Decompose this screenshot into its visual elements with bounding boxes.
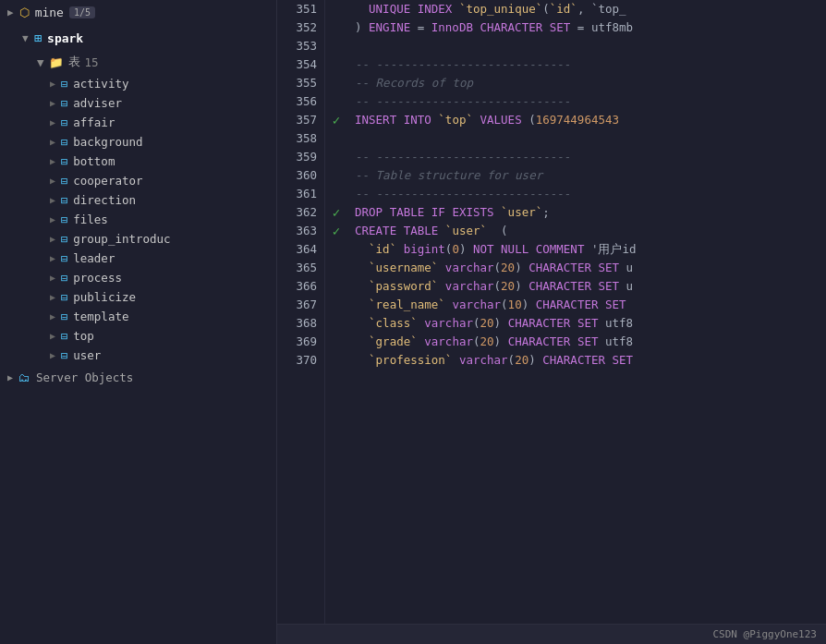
editor: 3513523533543553563573583593603613623633… <box>277 0 826 644</box>
line-number: 365 <box>285 259 317 277</box>
item-label: affair <box>73 115 115 129</box>
code-line: -- ---------------------------- <box>355 185 819 203</box>
item-label: files <box>73 213 108 226</box>
code-line <box>355 129 819 148</box>
table-item-activity[interactable]: ▶ ⊟ activity <box>43 74 276 93</box>
item-label: leader <box>73 251 115 265</box>
line-number: 367 <box>285 296 317 314</box>
item-arrow-icon: ▶ <box>50 273 55 283</box>
table-item-direction[interactable]: ▶ ⊟ direction <box>43 190 276 210</box>
table-icon: ⊟ <box>61 175 67 188</box>
item-label: process <box>73 271 122 285</box>
table-icon: ⊟ <box>61 213 67 226</box>
table-item-user[interactable]: ▶ ⊟ user <box>43 346 276 365</box>
table-item-files[interactable]: ▶ ⊟ files <box>43 210 276 229</box>
table-item-top[interactable]: ▶ ⊟ top <box>43 326 276 346</box>
cursor-icon: ⬡ <box>19 6 30 19</box>
item-arrow-icon: ▶ <box>50 253 55 263</box>
item-label: publicize <box>73 290 136 304</box>
gutter-item: ✓ <box>333 111 340 129</box>
code-line: `real_name` varchar(10) CHARACTER SET <box>355 296 819 314</box>
spark-collapse-icon: ▼ <box>22 32 29 44</box>
table-item-group_introduc[interactable]: ▶ ⊟ group_introduc <box>43 229 276 249</box>
table-icon: ⊟ <box>61 252 67 265</box>
line-number: 362 <box>285 203 317 222</box>
code-line: -- ---------------------------- <box>355 92 819 111</box>
line-number: 360 <box>285 166 317 185</box>
table-item-bottom[interactable]: ▶ ⊟ bottom <box>43 152 276 171</box>
table-section-collapse-icon: ▼ <box>37 55 44 69</box>
table-icon: ⊟ <box>61 233 67 246</box>
table-icon: ⊟ <box>61 136 67 149</box>
line-numbers: 3513523533543553563573583593603613623633… <box>277 0 325 624</box>
table-item-process[interactable]: ▶ ⊟ process <box>43 268 276 287</box>
item-arrow-icon: ▶ <box>50 156 55 166</box>
code-line: `profession` varchar(20) CHARACTER SET <box>355 351 819 370</box>
line-number: 351 <box>285 0 317 18</box>
server-objects-label: Server Objects <box>36 371 133 384</box>
spark-header[interactable]: ▼ ⊞ spark <box>15 25 276 51</box>
code-line: -- ---------------------------- <box>355 55 819 74</box>
table-icon: ⊟ <box>61 349 67 362</box>
mine-header[interactable]: ▶ ⬡ mine 1/5 <box>0 0 276 25</box>
line-number: 353 <box>285 37 317 55</box>
item-arrow-icon: ▶ <box>50 176 55 186</box>
table-section: ▼ 📁 表 15 ▶ ⊟ activity ▶ ⊟ adviser ▶ ⊟ af… <box>15 51 276 365</box>
table-item-cooperator[interactable]: ▶ ⊟ cooperator <box>43 171 276 190</box>
mine-collapse-icon: ▶ <box>7 6 14 18</box>
item-label: template <box>73 310 128 323</box>
item-arrow-icon: ▶ <box>50 98 55 108</box>
server-objects-collapse-icon: ▶ <box>7 372 13 383</box>
code-line <box>355 37 819 55</box>
code-area: 3513523533543553563573583593603613623633… <box>277 0 826 624</box>
table-icon: ⊟ <box>61 78 67 91</box>
mine-label: mine <box>35 6 64 19</box>
item-label: user <box>73 348 101 362</box>
gutter: ✓✓✓ <box>325 0 347 624</box>
item-arrow-icon: ▶ <box>50 137 55 147</box>
db-icon: ⊞ <box>34 30 42 45</box>
item-label: direction <box>73 193 136 207</box>
table-item-affair[interactable]: ▶ ⊟ affair <box>43 113 276 132</box>
line-number: 364 <box>285 240 317 259</box>
table-icon: ⊟ <box>61 155 67 168</box>
line-number: 359 <box>285 148 317 166</box>
table-item-publicize[interactable]: ▶ ⊟ publicize <box>43 287 276 307</box>
code-line: DROP TABLE IF EXISTS `user`; <box>355 203 819 222</box>
item-arrow-icon: ▶ <box>50 311 55 322</box>
mine-badge: 1/5 <box>69 6 95 18</box>
item-label: group_introduc <box>73 232 170 246</box>
table-item-template[interactable]: ▶ ⊟ template <box>43 307 276 326</box>
server-objects[interactable]: ▶ 🗂 Server Objects <box>0 365 276 390</box>
table-section-header[interactable]: ▼ 📁 表 15 <box>30 51 276 74</box>
gutter-item: ✓ <box>333 203 340 222</box>
item-arrow-icon: ▶ <box>50 79 55 89</box>
item-arrow-icon: ▶ <box>50 117 55 128</box>
item-arrow-icon: ▶ <box>50 350 55 360</box>
line-number: 357 <box>285 111 317 129</box>
item-arrow-icon: ▶ <box>50 195 55 205</box>
code-line: -- ---------------------------- <box>355 148 819 166</box>
table-item-adviser[interactable]: ▶ ⊟ adviser <box>43 93 276 113</box>
table-item-leader[interactable]: ▶ ⊟ leader <box>43 249 276 268</box>
table-icon: ⊟ <box>61 291 67 304</box>
line-number: 354 <box>285 55 317 74</box>
gutter-item: ✓ <box>333 222 340 240</box>
item-label: cooperator <box>73 174 142 188</box>
item-label: adviser <box>73 96 122 110</box>
table-icon: ⊟ <box>61 116 67 129</box>
code-content[interactable]: UNIQUE INDEX `top_unique`(`id`, `top_) E… <box>347 0 826 624</box>
table-item-background[interactable]: ▶ ⊟ background <box>43 132 276 152</box>
line-number: 352 <box>285 18 317 37</box>
code-line: `password` varchar(20) CHARACTER SET u <box>355 277 819 296</box>
table-count: 15 <box>85 55 99 69</box>
code-line: ) ENGINE = InnoDB CHARACTER SET = utf8mb <box>355 18 819 37</box>
sidebar: ▶ ⬡ mine 1/5 ▼ ⊞ spark ▼ 📁 表 15 ▶ ⊟ acti… <box>0 0 277 644</box>
code-line: `id` bigint(0) NOT NULL COMMENT '用户id <box>355 240 819 259</box>
line-number: 356 <box>285 92 317 111</box>
item-label: top <box>73 329 94 343</box>
code-line: CREATE TABLE `user` ( <box>355 222 819 240</box>
code-line: `username` varchar(20) CHARACTER SET u <box>355 259 819 277</box>
line-number: 363 <box>285 222 317 240</box>
item-label: activity <box>73 77 128 91</box>
